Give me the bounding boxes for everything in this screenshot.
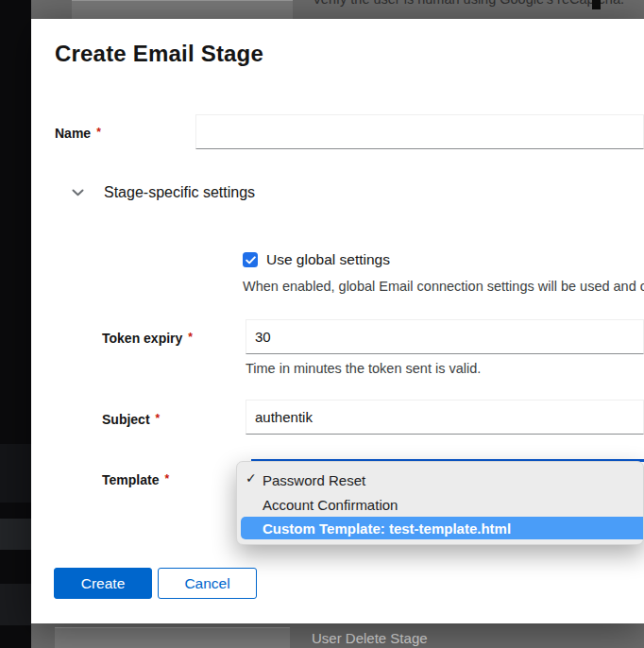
template-dropdown-menu: ✓ Password Reset Account Confirmation Cu… [236, 461, 644, 545]
background-table-cell [72, 0, 293, 19]
required-asterisk: * [96, 126, 101, 139]
check-icon [246, 256, 256, 264]
create-button[interactable]: Create [54, 568, 152, 599]
use-global-settings-row: Use global settings [243, 251, 390, 268]
selected-check-icon: ✓ [246, 470, 257, 486]
dimmed-background-top: Verify the user is human using Google's … [31, 0, 644, 19]
background-dark-fragment [592, 0, 601, 9]
token-expiry-input[interactable] [246, 319, 644, 354]
create-email-stage-modal: Create Email Stage Name* Stage-specific … [31, 19, 644, 623]
use-global-settings-label: Use global settings [266, 251, 390, 268]
dropdown-option-custom-template[interactable]: Custom Template: test-template.html [241, 517, 643, 539]
chevron-down-icon [72, 189, 84, 196]
use-global-settings-checkbox[interactable] [243, 252, 258, 267]
subject-input[interactable] [246, 400, 644, 435]
name-label: Name* [55, 126, 101, 141]
required-asterisk: * [188, 331, 193, 344]
required-asterisk: * [156, 412, 161, 425]
cancel-button[interactable]: Cancel [158, 568, 257, 599]
use-global-settings-helper: When enabled, global Email connection se… [243, 279, 644, 294]
background-row-description: Verify the user is human using Google's … [313, 0, 624, 7]
template-label: Template* [102, 472, 169, 487]
modal-title: Create Email Stage [55, 41, 263, 67]
background-row-label: User Delete Stage [312, 630, 428, 646]
name-input[interactable] [195, 114, 644, 149]
background-table-cell [55, 627, 290, 648]
sidebar-item-shade [0, 519, 31, 550]
token-expiry-helper: Time in minutes the token sent is valid. [246, 361, 481, 376]
subject-label: Subject* [102, 412, 160, 427]
app-sidebar [0, 0, 31, 648]
dropdown-option-account-confirmation[interactable]: Account Confirmation [237, 492, 643, 517]
stage-settings-section-toggle[interactable]: Stage-specific settings [55, 184, 255, 201]
dimmed-background-bottom: User Delete Stage [31, 623, 644, 648]
sidebar-item-shade [0, 584, 31, 625]
section-header-label: Stage-specific settings [104, 184, 255, 201]
dropdown-option-password-reset[interactable]: ✓ Password Reset [237, 468, 643, 492]
sidebar-item-shade [0, 444, 31, 503]
token-expiry-label: Token expiry* [102, 331, 193, 346]
required-asterisk: * [164, 472, 169, 486]
